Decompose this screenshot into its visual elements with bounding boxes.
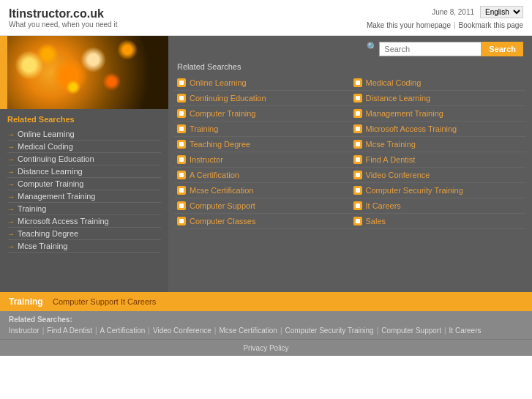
sidebar-arrow-icon: → xyxy=(7,143,15,151)
link-item[interactable]: Computer Support xyxy=(174,198,351,214)
header-links: Make this your homepage | Bookmark this … xyxy=(367,21,523,29)
sidebar-link[interactable]: Training xyxy=(18,204,46,213)
sidebar-item[interactable]: →Continuing Education xyxy=(7,153,161,165)
link-text[interactable]: Microsoft Access Training xyxy=(366,124,457,133)
link-text[interactable]: Medical Coding xyxy=(366,78,422,87)
sidebar-link[interactable]: Computer Training xyxy=(18,179,84,188)
sidebar-link[interactable]: Medical Coding xyxy=(18,142,73,151)
link-icon xyxy=(353,155,362,164)
logo-title: Itinstructor.co.uk xyxy=(9,7,117,20)
link-item[interactable]: A Certification xyxy=(174,168,351,183)
sidebar-item[interactable]: →Teaching Degree xyxy=(7,228,161,240)
link-icon xyxy=(353,217,362,225)
link-icon xyxy=(177,140,186,149)
sidebar-link[interactable]: Microsoft Access Training xyxy=(18,217,109,225)
sidebar-link[interactable]: Management Training xyxy=(18,192,95,201)
link-item[interactable]: Medical Coding xyxy=(351,75,527,91)
sidebar-link[interactable]: Mcse Training xyxy=(18,242,67,250)
bottom-link[interactable]: A Certification xyxy=(100,327,146,335)
bottom-bar: Related Searches: Instructor|Find A Dent… xyxy=(0,311,532,339)
link-text[interactable]: Continuing Education xyxy=(190,94,266,102)
bottom-link[interactable]: Computer Support xyxy=(381,327,441,335)
bottom-link[interactable]: Mcse Certification xyxy=(219,327,277,335)
orange-strip xyxy=(0,36,7,109)
sidebar-arrow-icon: → xyxy=(7,155,15,163)
link-text[interactable]: Teaching Degree xyxy=(190,140,250,149)
link-icon xyxy=(177,94,186,102)
link-text[interactable]: It Careers xyxy=(366,201,401,210)
link-text[interactable]: Training xyxy=(190,124,218,133)
link-item[interactable]: Find A Dentist xyxy=(351,152,527,168)
link-item[interactable]: Computer Security Training xyxy=(351,183,527,198)
link-text[interactable]: Computer Classes xyxy=(190,217,255,225)
link-item[interactable]: Microsoft Access Training xyxy=(351,122,527,137)
search-input[interactable] xyxy=(379,42,482,56)
link-item[interactable]: Management Training xyxy=(351,106,527,122)
bottom-link[interactable]: Video Conference xyxy=(153,327,211,335)
link-text[interactable]: Management Training xyxy=(366,109,443,118)
sidebar-item[interactable]: →Distance Learning xyxy=(7,165,161,178)
link-item[interactable]: Distance Learning xyxy=(351,91,527,106)
link-item[interactable]: Teaching Degree xyxy=(174,137,351,152)
bottom-link[interactable]: Computer Security Training xyxy=(285,327,373,335)
link-item[interactable]: Computer Classes xyxy=(174,214,351,229)
bottom-link[interactable]: It Careers xyxy=(449,327,482,335)
link-text[interactable]: Mcse Training xyxy=(366,140,416,149)
link-item[interactable]: Mcse Training xyxy=(351,137,527,152)
link-text[interactable]: Sales xyxy=(366,217,386,225)
sidebar-related-title: Related Searches xyxy=(7,115,161,124)
sidebar-link[interactable]: Teaching Degree xyxy=(18,229,78,238)
sidebar-item[interactable]: →Medical Coding xyxy=(7,141,161,153)
link-icon xyxy=(177,109,186,118)
link-text[interactable]: Distance Learning xyxy=(366,94,431,102)
link-text[interactable]: Mcse Certification xyxy=(190,186,253,195)
banner-main-text: Training xyxy=(9,297,43,307)
sidebar-item[interactable]: →Microsoft Access Training xyxy=(7,215,161,228)
links-grid: Online LearningMedical CodingContinuing … xyxy=(168,75,532,229)
left-sidebar: Related Searches →Online Learning→Medica… xyxy=(0,36,168,292)
link-text[interactable]: Video Conference xyxy=(366,171,430,179)
bottom-separator: | xyxy=(280,327,282,335)
link-text[interactable]: Find A Dentist xyxy=(366,155,416,164)
link-icon xyxy=(177,124,186,133)
link-text[interactable]: Computer Training xyxy=(190,109,256,118)
link-item[interactable]: Continuing Education xyxy=(174,91,351,106)
sidebar-item[interactable]: →Online Learning xyxy=(7,128,161,141)
link-item[interactable]: Instructor xyxy=(174,152,351,168)
link-icon xyxy=(353,109,362,118)
link-text[interactable]: A Certification xyxy=(190,171,239,179)
sidebar-link[interactable]: Continuing Education xyxy=(18,154,94,163)
search-button[interactable]: Search xyxy=(482,42,523,56)
link-item[interactable]: Training xyxy=(174,122,351,137)
main-area: Related Searches →Online Learning→Medica… xyxy=(0,36,532,292)
sidebar-link[interactable]: Distance Learning xyxy=(18,167,83,176)
language-select[interactable]: English xyxy=(480,6,523,18)
header: Itinstructor.co.uk What you need, when y… xyxy=(0,0,532,36)
link-item[interactable]: It Careers xyxy=(351,198,527,214)
privacy-link[interactable]: Privacy Policy xyxy=(243,344,288,352)
link-item[interactable]: Mcse Certification xyxy=(174,183,351,198)
sidebar-link[interactable]: Online Learning xyxy=(18,130,75,138)
bottom-link[interactable]: Find A Dentist xyxy=(47,327,92,335)
link-text[interactable]: Computer Security Training xyxy=(366,186,463,195)
link-item[interactable]: Video Conference xyxy=(351,168,527,183)
logo-subtitle: What you need, when you need it xyxy=(9,20,117,29)
link-icon xyxy=(177,155,186,164)
link-text[interactable]: Online Learning xyxy=(190,78,247,87)
link-item[interactable]: Sales xyxy=(351,214,527,229)
homepage-link[interactable]: Make this your homepage xyxy=(367,21,451,29)
sidebar-arrow-icon: → xyxy=(7,130,15,138)
bottom-label: Related Searches: xyxy=(9,316,72,324)
sidebar-item[interactable]: →Management Training xyxy=(7,190,161,203)
bottom-link[interactable]: Instructor xyxy=(9,327,40,335)
sidebar-item[interactable]: →Training xyxy=(7,203,161,215)
link-text[interactable]: Instructor xyxy=(190,155,223,164)
sidebar-item[interactable]: →Computer Training xyxy=(7,178,161,190)
link-item[interactable]: Computer Training xyxy=(174,106,351,122)
link-item[interactable]: Online Learning xyxy=(174,75,351,91)
link-text[interactable]: Computer Support xyxy=(190,201,255,210)
bookmark-link[interactable]: Bookmark this page xyxy=(459,21,523,29)
hero-image xyxy=(7,36,168,109)
sidebar-item[interactable]: →Mcse Training xyxy=(7,240,161,253)
link-icon xyxy=(353,201,362,210)
